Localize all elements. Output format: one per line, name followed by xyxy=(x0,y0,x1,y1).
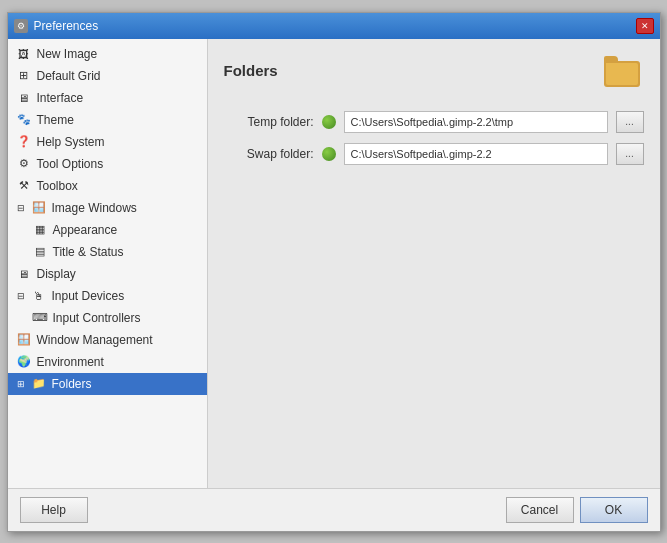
sidebar-item-interface[interactable]: 🖥 Interface xyxy=(8,87,207,109)
sidebar-item-label: Tool Options xyxy=(37,157,104,171)
window-title: Preferences xyxy=(34,19,99,33)
sidebar-item-label: Toolbox xyxy=(37,179,78,193)
sidebar-item-appearance[interactable]: ▦ Appearance xyxy=(8,219,207,241)
sidebar-item-label: Environment xyxy=(37,355,104,369)
swap-status-dot xyxy=(322,147,336,161)
toolbox-icon: ⚒ xyxy=(16,178,32,194)
swap-folder-row: Swap folder: ... xyxy=(224,143,644,165)
folder-visual xyxy=(604,61,640,87)
sidebar-item-label: Theme xyxy=(37,113,74,127)
sidebar-item-display[interactable]: 🖥 Display xyxy=(8,263,207,285)
sidebar-item-toolbox[interactable]: ⚒ Toolbox xyxy=(8,175,207,197)
titlebar: ⚙ Preferences ✕ xyxy=(8,13,660,39)
sidebar-item-label: Folders xyxy=(52,377,92,391)
temp-folder-row: Temp folder: ... xyxy=(224,111,644,133)
sidebar-item-label: Appearance xyxy=(53,223,118,237)
sidebar-item-label: Image Windows xyxy=(52,201,137,215)
sidebar-item-label: Display xyxy=(37,267,76,281)
sidebar-item-folders[interactable]: ⊞ 📁 Folders xyxy=(8,373,207,395)
swap-folder-input[interactable] xyxy=(344,143,608,165)
expand-icon-folders: ⊞ xyxy=(16,379,26,389)
new-image-icon: 🖼 xyxy=(16,46,32,62)
panel-header: Folders xyxy=(224,55,644,87)
expand-icon-input: ⊟ xyxy=(16,291,26,301)
tool-options-icon: ⚙ xyxy=(16,156,32,172)
help-button[interactable]: Help xyxy=(20,497,88,523)
help-icon: ❓ xyxy=(16,134,32,150)
sidebar-item-input-devices[interactable]: ⊟ 🖱 Input Devices xyxy=(8,285,207,307)
sidebar-item-help-system[interactable]: ❓ Help System xyxy=(8,131,207,153)
ok-button[interactable]: OK xyxy=(580,497,648,523)
sidebar-item-label: Window Management xyxy=(37,333,153,347)
folders-icon: 📁 xyxy=(31,376,47,392)
image-windows-icon: 🪟 xyxy=(31,200,47,216)
main-panel: Folders Temp folder: ... Swap folder: xyxy=(208,39,660,488)
temp-status-dot xyxy=(322,115,336,129)
preferences-window: ⚙ Preferences ✕ 🖼 New Image ⊞ Default Gr… xyxy=(7,12,661,532)
sidebar-item-label: Interface xyxy=(37,91,84,105)
expand-icon: ⊟ xyxy=(16,203,26,213)
folder-inner xyxy=(606,63,638,85)
sidebar-item-label: Title & Status xyxy=(53,245,124,259)
input-controllers-icon: ⌨ xyxy=(32,310,48,326)
folder-settings: Temp folder: ... Swap folder: ... xyxy=(224,111,644,175)
sidebar-item-label: Input Controllers xyxy=(53,311,141,325)
sidebar-item-title-status[interactable]: ▤ Title & Status xyxy=(8,241,207,263)
sidebar-item-default-grid[interactable]: ⊞ Default Grid xyxy=(8,65,207,87)
appearance-icon: ▦ xyxy=(32,222,48,238)
close-button[interactable]: ✕ xyxy=(636,18,654,34)
window-management-icon: 🪟 xyxy=(16,332,32,348)
content-area: 🖼 New Image ⊞ Default Grid 🖥 Interface 🐾… xyxy=(8,39,660,488)
titlebar-left: ⚙ Preferences xyxy=(14,19,99,33)
sidebar: 🖼 New Image ⊞ Default Grid 🖥 Interface 🐾… xyxy=(8,39,208,488)
sidebar-item-label: Default Grid xyxy=(37,69,101,83)
sidebar-item-label: Input Devices xyxy=(52,289,125,303)
app-icon: ⚙ xyxy=(14,19,28,33)
swap-folder-browse-button[interactable]: ... xyxy=(616,143,644,165)
sidebar-item-window-management[interactable]: 🪟 Window Management xyxy=(8,329,207,351)
sidebar-item-image-windows[interactable]: ⊟ 🪟 Image Windows xyxy=(8,197,207,219)
panel-title: Folders xyxy=(224,62,278,79)
bottom-left: Help xyxy=(20,497,88,523)
input-devices-icon: 🖱 xyxy=(31,288,47,304)
temp-folder-label: Temp folder: xyxy=(224,115,314,129)
sidebar-item-environment[interactable]: 🌍 Environment xyxy=(8,351,207,373)
interface-icon: 🖥 xyxy=(16,90,32,106)
temp-folder-input[interactable] xyxy=(344,111,608,133)
display-icon: 🖥 xyxy=(16,266,32,282)
swap-folder-label: Swap folder: xyxy=(224,147,314,161)
sidebar-item-tool-options[interactable]: ⚙ Tool Options xyxy=(8,153,207,175)
sidebar-item-new-image[interactable]: 🖼 New Image xyxy=(8,43,207,65)
sidebar-item-theme[interactable]: 🐾 Theme xyxy=(8,109,207,131)
theme-icon: 🐾 xyxy=(16,112,32,128)
sidebar-item-label: Help System xyxy=(37,135,105,149)
bottom-bar: Help Cancel OK xyxy=(8,488,660,531)
title-status-icon: ▤ xyxy=(32,244,48,260)
sidebar-item-input-controllers[interactable]: ⌨ Input Controllers xyxy=(8,307,207,329)
environment-icon: 🌍 xyxy=(16,354,32,370)
bottom-right: Cancel OK xyxy=(506,497,648,523)
folder-large-icon xyxy=(604,55,644,87)
cancel-button[interactable]: Cancel xyxy=(506,497,574,523)
sidebar-item-label: New Image xyxy=(37,47,98,61)
temp-folder-browse-button[interactable]: ... xyxy=(616,111,644,133)
default-grid-icon: ⊞ xyxy=(16,68,32,84)
titlebar-controls: ✕ xyxy=(636,18,654,34)
